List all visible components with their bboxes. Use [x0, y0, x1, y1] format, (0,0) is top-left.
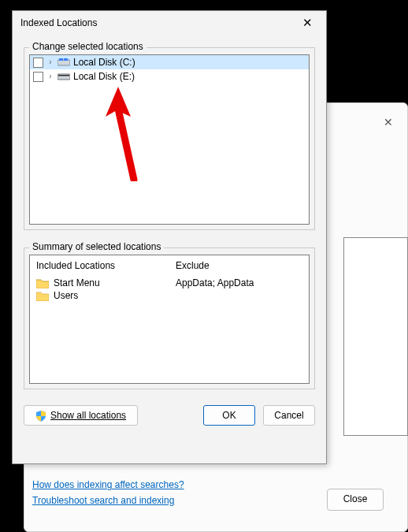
- show-all-locations-button[interactable]: Show all locations: [24, 405, 138, 426]
- exclude-header: Exclude: [176, 260, 302, 271]
- included-item-label: Users: [54, 290, 78, 301]
- os-disk-icon: [57, 58, 70, 66]
- svg-rect-4: [58, 75, 69, 76]
- exclude-column: Exclude AppData; AppData: [169, 255, 309, 383]
- tree-row-disk-e[interactable]: › Local Disk (E:): [30, 69, 309, 84]
- change-locations-label: Change selected locations: [29, 41, 147, 52]
- close-icon[interactable]: ✕: [291, 12, 323, 34]
- change-locations-group: Change selected locations › Local Disk (…: [24, 47, 315, 230]
- chevron-right-icon[interactable]: ›: [46, 58, 54, 66]
- summary-label: Summary of selected locations: [29, 241, 164, 252]
- close-button[interactable]: Close: [327, 489, 384, 511]
- exclude-text: AppData; AppData: [176, 277, 302, 288]
- hard-disk-icon: [57, 73, 70, 80]
- svg-rect-1: [59, 58, 63, 61]
- checkbox[interactable]: [33, 58, 43, 68]
- close-icon[interactable]: ✕: [379, 113, 398, 132]
- included-item[interactable]: Users: [36, 290, 163, 301]
- checkbox[interactable]: [33, 72, 43, 82]
- background-list-box: [343, 237, 408, 436]
- help-links: How does indexing affect searches? Troub…: [32, 479, 395, 511]
- locations-tree[interactable]: › Local Disk (C:) › Local Disk (E:): [29, 54, 310, 225]
- folder-icon: [36, 290, 49, 301]
- shield-icon: [35, 410, 46, 421]
- svg-rect-2: [64, 58, 68, 61]
- folder-icon: [36, 277, 49, 288]
- button-row: Show all locations OK Cancel: [24, 405, 315, 426]
- titlebar: Indexed Locations ✕: [13, 11, 326, 35]
- summary-box: Included Locations Start Menu Users: [29, 255, 310, 384]
- tree-row-disk-c[interactable]: › Local Disk (C:): [30, 55, 309, 69]
- included-item[interactable]: Start Menu: [36, 277, 163, 288]
- show-all-label: Show all locations: [50, 407, 126, 424]
- chevron-right-icon[interactable]: ›: [46, 73, 54, 80]
- ok-button[interactable]: OK: [203, 405, 255, 426]
- included-column: Included Locations Start Menu Users: [30, 255, 169, 383]
- included-header: Included Locations: [36, 260, 163, 271]
- tree-row-label: Local Disk (C:): [73, 57, 135, 68]
- tree-row-label: Local Disk (E:): [73, 71, 135, 82]
- summary-group: Summary of selected locations Included L…: [24, 247, 315, 389]
- svg-rect-0: [57, 60, 70, 65]
- indexed-locations-dialog: Indexed Locations ✕ Change selected loca…: [12, 10, 327, 464]
- included-item-label: Start Menu: [54, 277, 100, 288]
- cancel-button[interactable]: Cancel: [263, 405, 315, 426]
- dialog-title: Indexed Locations: [20, 17, 97, 28]
